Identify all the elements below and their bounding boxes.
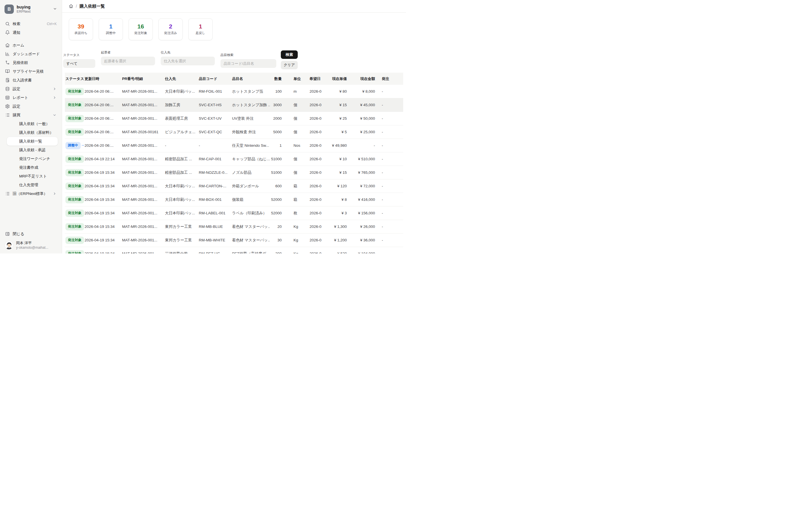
status-card-value: 1 <box>109 23 112 29</box>
collapse-icon <box>5 231 10 236</box>
filter-supplier-label: 仕入先 <box>161 50 215 55</box>
cell-supplier: 三洋樹脂化学 <box>165 251 199 254</box>
cell-unit: 箱 <box>282 184 307 189</box>
table-row[interactable]: 発注対象2026-04-20 06:...MAT-MR-2026-00161ビジ… <box>65 125 403 139</box>
cell-supplier: 大日本印刷パッ... <box>165 197 199 202</box>
column-header-5: 品目名 <box>232 76 270 81</box>
user-menu[interactable]: 岡本 洋平 y-okamoto@maihat... <box>3 238 59 249</box>
sidebar-item-nav-2[interactable]: 見積依頼 <box>3 58 59 67</box>
cell-pr: MAT-MR-2026-001... <box>122 170 165 175</box>
table-row[interactable]: 発注対象2026-04-19 15:34MAT-MR-2026-001...大日… <box>65 179 403 193</box>
cell-price: ¥ 120 <box>322 184 347 188</box>
home-icon[interactable] <box>69 4 73 8</box>
sidebar-item-nav-6[interactable]: レポート <box>3 93 59 102</box>
cell-name: ホットスタンプ箔 <box>232 89 270 94</box>
cell-price: ¥ 15 <box>322 103 347 107</box>
sidebar-item-legacy[interactable]: 旧（ERPNext標準） <box>3 189 59 198</box>
cell-updated: 2026-04-20 06:... <box>85 130 122 134</box>
filter-supplier: 仕入先 <box>161 50 215 65</box>
table-row[interactable]: 調整中··2026-04-20 06:...MAT-MR-2026-001...… <box>65 139 403 152</box>
supplier-quote-icon <box>5 69 10 74</box>
cell-price: ¥ 25 <box>322 116 347 121</box>
sidebar-subitem-6[interactable]: MRP不足リスト <box>7 172 58 180</box>
sidebar-item-label: 旧（ERPNext標準） <box>13 191 47 196</box>
cell-code: - <box>199 144 232 148</box>
cell-name: 個装箱 <box>232 197 270 202</box>
status-card-4[interactable]: 1差戻し <box>188 18 213 40</box>
page-title: 購入依頼一覧 <box>80 4 105 9</box>
cell-amount: - <box>347 144 375 148</box>
column-header-6: 数量 <box>270 76 282 81</box>
cell-order: - <box>375 211 403 215</box>
status-badge: 発注対象 <box>65 101 84 109</box>
status-badge: 発注対象 <box>65 169 84 176</box>
cell-status: 発注対象 <box>65 169 85 176</box>
status-card-3[interactable]: 2発注済み <box>158 18 183 40</box>
sidebar-subitem-7[interactable]: 仕入先管理 <box>7 180 58 189</box>
cell-pr: MAT-MR-2026-001... <box>122 157 165 161</box>
cell-qty: 1 <box>270 144 282 148</box>
sidebar-item-nav-5[interactable]: 設定 <box>3 84 59 93</box>
cell-status: 発注対象 <box>65 128 85 136</box>
status-cards: 39承認待ち1調整中16発注対象2発注済み1差戻し <box>62 18 406 40</box>
breadcrumb-separator: / <box>76 4 77 8</box>
cell-amount: ¥ 26,000 <box>347 224 375 229</box>
requester-input[interactable] <box>101 57 155 65</box>
sidebar-item-search[interactable]: 検索Ctrl+K <box>3 19 59 28</box>
sidebar-subitem-5[interactable]: 発注書作成 <box>7 163 58 172</box>
status-card-2[interactable]: 16発注対象 <box>129 18 153 40</box>
search-button[interactable]: 検索 <box>281 50 298 59</box>
workspace-switcher[interactable]: B buying ERPNext <box>3 4 59 14</box>
sidebar-subitem-0[interactable]: 購入依頼（一般） <box>7 119 58 128</box>
cell-price: ¥ 15 <box>322 170 347 175</box>
table-row[interactable]: 発注対象2026-04-19 15:34MAT-MR-2026-001...東邦… <box>65 220 403 233</box>
home-icon <box>5 43 10 48</box>
cell-date: 2026-0... <box>307 89 322 94</box>
cell-amount: ¥ 72,000 <box>347 184 375 188</box>
sidebar-subitem-3[interactable]: 購入依頼 - 承認 <box>7 146 58 154</box>
sidebar-item-nav-0[interactable]: ホーム <box>3 41 59 50</box>
sidebar-item-nav-4[interactable]: 仕入請求書 <box>3 76 59 84</box>
sidebar-item-collapse[interactable]: 閉じる <box>3 230 59 238</box>
sidebar-subitem-2[interactable]: 購入依頼一覧 <box>7 137 58 146</box>
table-row[interactable]: 発注対象2026-04-20 06:...MAT-MR-2026-001...加… <box>65 98 403 112</box>
table-row[interactable]: 発注対象2026-04-20 06:...MAT-MR-2026-001...表… <box>65 112 403 125</box>
column-header-9: 現在単価 <box>322 76 347 81</box>
status-select[interactable]: すべて <box>63 59 95 68</box>
table-row[interactable]: 発注対象2026-04-19 15:34MAT-MR-2026-001...大日… <box>65 207 403 220</box>
table-row[interactable]: 発注対象2026-04-19 15:34MAT-MR-2026-001...三洋… <box>65 247 403 253</box>
table-row[interactable]: 発注対象2026-04-19 22:14MAT-MR-2026-001...精密… <box>65 152 403 166</box>
sidebar: B buying ERPNext 検索Ctrl+K通知ホームダッシュボード見積依… <box>0 0 62 253</box>
cell-updated: 2026-04-19 15:34 <box>85 170 122 175</box>
cell-name: 外箱ダンボール <box>232 184 270 189</box>
cell-unit: Kg <box>282 224 307 229</box>
filter-item: 品目検索 <box>220 50 276 68</box>
cell-name: ホットスタンプ加飾 ... <box>232 103 270 108</box>
status-card-1[interactable]: 1調整中 <box>99 18 123 40</box>
cell-status: 発注対象 <box>65 250 85 254</box>
sidebar-item-nav-7[interactable]: 設定 <box>3 102 59 111</box>
column-header-11: 発注 <box>375 76 403 81</box>
cell-order: - <box>375 130 403 134</box>
cell-date: 2026-0... <box>307 103 322 107</box>
cell-amount: ¥ 765,000 <box>347 170 375 175</box>
cell-supplier: 精密部品加工 ... <box>165 157 199 162</box>
sidebar-subitem-4[interactable]: 発注ワークベンチ <box>7 154 58 163</box>
cell-code: RM-NOZZLE-0... <box>199 170 232 175</box>
collapse-label: 閉じる <box>13 231 24 237</box>
sidebar-item-notifications[interactable]: 通知 <box>3 28 59 37</box>
sidebar-item-nav-8[interactable]: 購買 <box>3 111 59 119</box>
clear-button[interactable]: クリア <box>281 61 298 69</box>
cell-supplier: 加飾工房 <box>165 103 199 108</box>
sidebar-subitem-1[interactable]: 購入依頼（原材料） <box>7 128 58 137</box>
status-card-0[interactable]: 39承認待ち <box>69 18 93 40</box>
sidebar-item-nav-3[interactable]: サプライヤー見積 <box>3 67 59 76</box>
table-row[interactable]: 発注対象2026-04-20 06:...MAT-MR-2026-001...大… <box>65 85 403 98</box>
cell-order: - <box>375 116 403 121</box>
table-row[interactable]: 発注対象2026-04-19 15:34MAT-MR-2026-001...東邦… <box>65 233 403 247</box>
table-row[interactable]: 発注対象2026-04-19 15:34MAT-MR-2026-001...精密… <box>65 166 403 179</box>
item-search-input[interactable] <box>220 59 276 68</box>
sidebar-item-nav-1[interactable]: ダッシュボード <box>3 50 59 58</box>
supplier-input[interactable] <box>161 57 215 65</box>
table-row[interactable]: 発注対象2026-04-19 15:34MAT-MR-2026-001...大日… <box>65 193 403 207</box>
